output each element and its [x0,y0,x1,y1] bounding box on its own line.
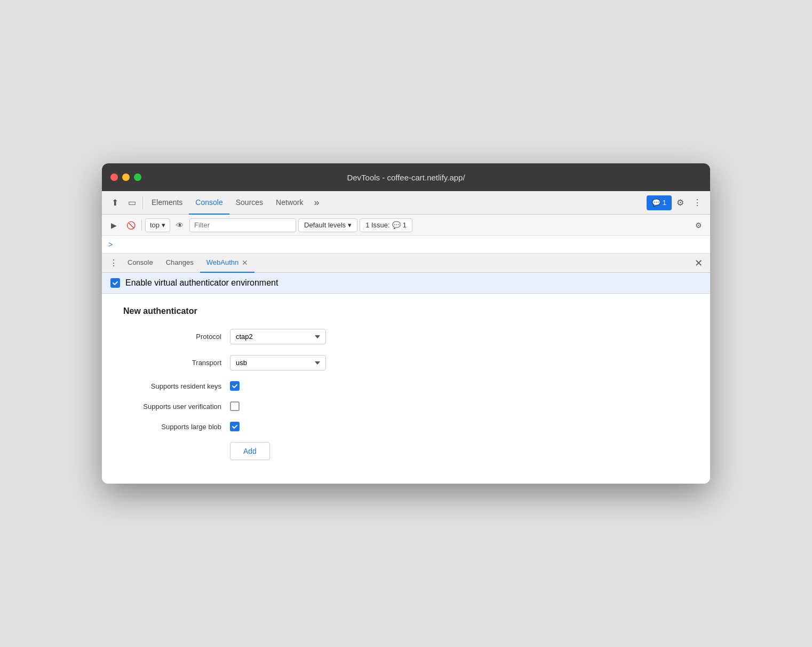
check-icon [112,280,118,286]
webauthn-panel: Enable virtual authenticator environment… [102,273,710,484]
issues-count: 1 [663,199,666,207]
console-settings-icon[interactable]: ⚙ [691,218,706,233]
issues-icon: 💬 [652,199,660,207]
context-label: top [150,221,160,229]
devtools-window: DevTools - coffee-cart.netlify.app/ ⬆ ▭ … [102,163,710,484]
titlebar: DevTools - coffee-cart.netlify.app/ [102,163,710,191]
enable-authenticator-bar: Enable virtual authenticator environment [102,273,710,294]
protocol-label: Protocol [123,333,230,341]
console-toolbar: ▶ 🚫 top ▾ 👁 Default levels ▾ 1 Issue: 💬 … [102,215,710,236]
levels-chevron-icon: ▾ [348,221,352,229]
drawer-more-icon[interactable]: ⋮ [106,254,121,273]
issue-filter-button[interactable]: 1 Issue: 💬 1 [360,218,412,232]
device-icon[interactable]: ▭ [123,194,140,211]
transport-select[interactable]: usb nfc ble internal [230,355,326,370]
drawer-tab-webauthn-label: WebAuthn [206,258,238,266]
settings-icon[interactable]: ⚙ [672,194,689,211]
new-authenticator-section: New authenticator Protocol ctap2 u2f Tra… [102,294,710,484]
enable-label: Enable virtual authenticator environment [125,278,278,288]
protocol-select[interactable]: ctap2 u2f [230,329,326,344]
devtools-tab-bar: ⬆ ▭ Elements Console Sources Network » 💬… [102,191,710,215]
enable-checkbox[interactable] [110,278,120,288]
tab-network[interactable]: Network [269,191,309,215]
prompt-symbol: > [108,240,113,249]
log-levels-button[interactable]: Default levels ▾ [298,218,357,232]
tab-elements[interactable]: Elements [145,191,189,215]
sidebar-toggle-icon[interactable]: ▶ [106,218,121,233]
more-options-icon[interactable]: ⋮ [689,194,706,211]
drawer-close-icon[interactable]: ✕ [691,256,706,271]
resident-keys-label: Supports resident keys [123,382,230,390]
tab-console[interactable]: Console [189,191,229,215]
drawer-tab-changes[interactable]: Changes [160,254,200,273]
minimize-button[interactable] [122,173,130,181]
drawer-tab-console[interactable]: Console [121,254,160,273]
large-blob-checkbox[interactable] [230,422,240,431]
filter-input[interactable] [189,218,296,232]
transport-label: Transport [123,359,230,367]
cursor-icon[interactable]: ⬆ [106,194,123,211]
resident-keys-row: Supports resident keys [123,381,689,391]
new-auth-title: New authenticator [123,306,689,316]
context-selector[interactable]: top ▾ [145,218,170,232]
toolbar-separator [141,220,142,231]
protocol-row: Protocol ctap2 u2f [123,329,689,344]
drawer-tab-webauthn-close[interactable]: ✕ [242,259,248,266]
user-verification-checkbox[interactable] [230,401,240,411]
block-icon[interactable]: 🚫 [123,218,138,233]
issue-count: 1 [403,221,407,229]
more-tabs-button[interactable]: » [309,191,323,215]
issues-badge-button[interactable]: 💬 1 [647,195,672,210]
console-prompt[interactable]: > [102,236,710,254]
maximize-button[interactable] [134,173,141,181]
drawer-tab-bar: ⋮ Console Changes WebAuthn ✕ ✕ [102,254,710,273]
window-title: DevTools - coffee-cart.netlify.app/ [347,173,465,182]
tab-separator [142,196,143,209]
large-blob-label: Supports large blob [123,423,230,431]
large-blob-row: Supports large blob [123,422,689,431]
resident-keys-check-icon [232,383,238,389]
add-button-row: Add [123,442,689,460]
drawer-tab-webauthn[interactable]: WebAuthn ✕ [200,254,254,273]
close-button[interactable] [110,173,118,181]
context-chevron-icon: ▾ [162,221,165,229]
traffic-lights [110,173,141,181]
large-blob-check-icon [232,423,238,430]
transport-row: Transport usb nfc ble internal [123,355,689,370]
add-button[interactable]: Add [230,442,270,460]
levels-label: Default levels [304,221,346,229]
user-verification-row: Supports user verification [123,401,689,411]
tab-sources[interactable]: Sources [229,191,269,215]
issue-text: 1 Issue: [365,221,390,229]
eye-icon[interactable]: 👁 [172,218,187,233]
issue-badge-icon: 💬 [392,221,401,229]
resident-keys-checkbox[interactable] [230,381,240,391]
user-verification-label: Supports user verification [123,403,230,411]
